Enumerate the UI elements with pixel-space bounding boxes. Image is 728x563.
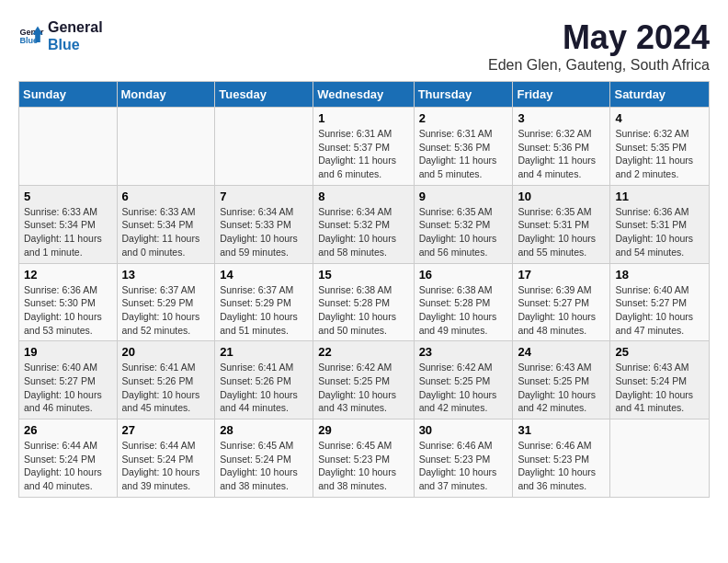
day-info: Sunrise: 6:43 AM Sunset: 5:25 PM Dayligh… (518, 361, 605, 415)
day-cell: 31Sunrise: 6:46 AM Sunset: 5:23 PM Dayli… (513, 419, 610, 498)
day-cell: 3Sunrise: 6:32 AM Sunset: 5:36 PM Daylig… (513, 108, 610, 186)
week-row-3: 12Sunrise: 6:36 AM Sunset: 5:30 PM Dayli… (19, 263, 710, 341)
day-cell: 25Sunrise: 6:43 AM Sunset: 5:24 PM Dayli… (610, 341, 710, 419)
day-number: 30 (419, 423, 508, 437)
header-cell-monday: Monday (117, 82, 215, 108)
day-info: Sunrise: 6:37 AM Sunset: 5:29 PM Dayligh… (220, 283, 308, 338)
calendar-table: SundayMondayTuesdayWednesdayThursdayFrid… (18, 81, 710, 498)
logo-text-blue: Blue (48, 36, 103, 53)
day-cell: 17Sunrise: 6:39 AM Sunset: 5:27 PM Dayli… (513, 263, 610, 341)
day-info: Sunrise: 6:42 AM Sunset: 5:25 PM Dayligh… (318, 361, 408, 415)
day-number: 16 (419, 268, 508, 282)
day-number: 3 (518, 111, 605, 125)
day-info: Sunrise: 6:43 AM Sunset: 5:24 PM Dayligh… (615, 361, 704, 415)
day-info: Sunrise: 6:32 AM Sunset: 5:35 PM Dayligh… (615, 127, 704, 181)
title-area: May 2024 Eden Glen, Gauteng, South Afric… (488, 18, 710, 74)
day-info: Sunrise: 6:31 AM Sunset: 5:36 PM Dayligh… (419, 127, 508, 181)
day-info: Sunrise: 6:33 AM Sunset: 5:34 PM Dayligh… (24, 205, 112, 259)
day-number: 22 (318, 345, 408, 359)
day-cell (117, 108, 215, 186)
week-row-2: 5Sunrise: 6:33 AM Sunset: 5:34 PM Daylig… (19, 185, 710, 263)
day-info: Sunrise: 6:39 AM Sunset: 5:27 PM Dayligh… (518, 283, 605, 338)
day-cell: 16Sunrise: 6:38 AM Sunset: 5:28 PM Dayli… (414, 263, 513, 341)
header-cell-friday: Friday (513, 82, 610, 108)
day-cell (215, 108, 313, 186)
day-cell: 27Sunrise: 6:44 AM Sunset: 5:24 PM Dayli… (117, 419, 215, 498)
day-number: 14 (220, 268, 308, 282)
day-cell: 4Sunrise: 6:32 AM Sunset: 5:35 PM Daylig… (610, 108, 710, 186)
day-cell: 8Sunrise: 6:34 AM Sunset: 5:32 PM Daylig… (313, 185, 414, 263)
day-info: Sunrise: 6:38 AM Sunset: 5:28 PM Dayligh… (318, 283, 408, 338)
svg-text:Blue: Blue (19, 37, 38, 46)
day-info: Sunrise: 6:46 AM Sunset: 5:23 PM Dayligh… (419, 439, 508, 493)
day-number: 29 (318, 423, 408, 437)
day-number: 31 (518, 423, 605, 437)
week-row-4: 19Sunrise: 6:40 AM Sunset: 5:27 PM Dayli… (19, 341, 710, 419)
logo-icon: General Blue (18, 23, 44, 49)
day-info: Sunrise: 6:36 AM Sunset: 5:31 PM Dayligh… (615, 205, 704, 259)
day-number: 27 (122, 423, 210, 437)
day-number: 15 (318, 268, 408, 282)
day-cell: 2Sunrise: 6:31 AM Sunset: 5:36 PM Daylig… (414, 108, 513, 186)
day-info: Sunrise: 6:38 AM Sunset: 5:28 PM Dayligh… (419, 283, 508, 338)
day-cell: 22Sunrise: 6:42 AM Sunset: 5:25 PM Dayli… (313, 341, 414, 419)
header-cell-tuesday: Tuesday (215, 82, 313, 108)
day-cell: 1Sunrise: 6:31 AM Sunset: 5:37 PM Daylig… (313, 108, 414, 186)
day-number: 20 (122, 345, 210, 359)
day-number: 10 (518, 190, 605, 203)
day-info: Sunrise: 6:35 AM Sunset: 5:31 PM Dayligh… (518, 205, 605, 259)
header: General Blue General Blue May 2024 Eden … (18, 18, 710, 74)
subtitle: Eden Glen, Gauteng, South Africa (488, 57, 710, 74)
day-number: 6 (122, 190, 210, 203)
day-cell: 19Sunrise: 6:40 AM Sunset: 5:27 PM Dayli… (19, 341, 118, 419)
day-info: Sunrise: 6:40 AM Sunset: 5:27 PM Dayligh… (615, 283, 704, 338)
day-info: Sunrise: 6:34 AM Sunset: 5:32 PM Dayligh… (318, 205, 408, 259)
day-number: 12 (24, 268, 112, 282)
day-number: 21 (220, 345, 308, 359)
header-cell-saturday: Saturday (610, 82, 710, 108)
day-cell: 23Sunrise: 6:42 AM Sunset: 5:25 PM Dayli… (414, 341, 513, 419)
day-cell: 12Sunrise: 6:36 AM Sunset: 5:30 PM Dayli… (19, 263, 118, 341)
header-cell-wednesday: Wednesday (313, 82, 414, 108)
day-info: Sunrise: 6:35 AM Sunset: 5:32 PM Dayligh… (419, 205, 508, 259)
day-number: 2 (419, 111, 508, 125)
day-cell: 21Sunrise: 6:41 AM Sunset: 5:26 PM Dayli… (215, 341, 313, 419)
day-info: Sunrise: 6:32 AM Sunset: 5:36 PM Dayligh… (518, 127, 605, 181)
day-number: 25 (615, 345, 704, 359)
header-cell-thursday: Thursday (414, 82, 513, 108)
day-cell: 11Sunrise: 6:36 AM Sunset: 5:31 PM Dayli… (610, 185, 710, 263)
day-cell (19, 108, 118, 186)
main-title: May 2024 (488, 18, 710, 57)
day-cell: 14Sunrise: 6:37 AM Sunset: 5:29 PM Dayli… (215, 263, 313, 341)
day-info: Sunrise: 6:41 AM Sunset: 5:26 PM Dayligh… (122, 361, 210, 415)
day-number: 28 (220, 423, 308, 437)
day-number: 7 (220, 190, 308, 203)
day-cell: 30Sunrise: 6:46 AM Sunset: 5:23 PM Dayli… (414, 419, 513, 498)
day-number: 9 (419, 190, 508, 203)
day-cell: 24Sunrise: 6:43 AM Sunset: 5:25 PM Dayli… (513, 341, 610, 419)
day-cell: 15Sunrise: 6:38 AM Sunset: 5:28 PM Dayli… (313, 263, 414, 341)
day-cell: 5Sunrise: 6:33 AM Sunset: 5:34 PM Daylig… (19, 185, 118, 263)
day-cell: 18Sunrise: 6:40 AM Sunset: 5:27 PM Dayli… (610, 263, 710, 341)
day-cell: 29Sunrise: 6:45 AM Sunset: 5:23 PM Dayli… (313, 419, 414, 498)
day-number: 11 (615, 190, 704, 203)
day-cell: 6Sunrise: 6:33 AM Sunset: 5:34 PM Daylig… (117, 185, 215, 263)
day-number: 18 (615, 268, 704, 282)
day-number: 19 (24, 345, 112, 359)
day-info: Sunrise: 6:45 AM Sunset: 5:23 PM Dayligh… (318, 439, 408, 493)
day-info: Sunrise: 6:46 AM Sunset: 5:23 PM Dayligh… (518, 439, 605, 493)
day-number: 8 (318, 190, 408, 203)
day-cell: 10Sunrise: 6:35 AM Sunset: 5:31 PM Dayli… (513, 185, 610, 263)
day-number: 17 (518, 268, 605, 282)
day-cell: 28Sunrise: 6:45 AM Sunset: 5:24 PM Dayli… (215, 419, 313, 498)
day-cell (610, 419, 710, 498)
day-info: Sunrise: 6:37 AM Sunset: 5:29 PM Dayligh… (122, 283, 210, 338)
day-number: 23 (419, 345, 508, 359)
day-info: Sunrise: 6:42 AM Sunset: 5:25 PM Dayligh… (419, 361, 508, 415)
day-cell: 20Sunrise: 6:41 AM Sunset: 5:26 PM Dayli… (117, 341, 215, 419)
day-info: Sunrise: 6:34 AM Sunset: 5:33 PM Dayligh… (220, 205, 308, 259)
day-info: Sunrise: 6:44 AM Sunset: 5:24 PM Dayligh… (24, 439, 112, 493)
day-info: Sunrise: 6:33 AM Sunset: 5:34 PM Dayligh… (122, 205, 210, 259)
day-info: Sunrise: 6:45 AM Sunset: 5:24 PM Dayligh… (220, 439, 308, 493)
logo: General Blue General Blue (18, 18, 103, 53)
